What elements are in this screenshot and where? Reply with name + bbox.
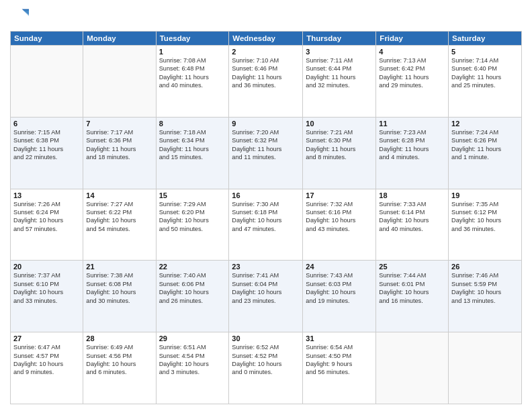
day-detail: Sunrise: 6:47 AM Sunset: 4:57 PM Dayligh…	[13, 343, 80, 377]
day-number: 29	[159, 334, 226, 342]
day-detail: Sunrise: 7:41 AM Sunset: 6:04 PM Dayligh…	[232, 271, 300, 305]
day-detail: Sunrise: 7:08 AM Sunset: 6:48 PM Dayligh…	[159, 56, 226, 90]
day-number: 9	[232, 120, 300, 128]
weekday-header-friday: Friday	[376, 32, 449, 46]
calendar-cell: 15Sunrise: 7:29 AM Sunset: 6:20 PM Dayli…	[156, 189, 229, 261]
weekday-header-monday: Monday	[83, 32, 156, 46]
day-detail: Sunrise: 7:29 AM Sunset: 6:20 PM Dayligh…	[159, 200, 226, 234]
day-number: 30	[232, 334, 300, 342]
calendar-cell: 12Sunrise: 7:24 AM Sunset: 6:26 PM Dayli…	[449, 117, 522, 189]
day-detail: Sunrise: 7:46 AM Sunset: 5:59 PM Dayligh…	[451, 271, 519, 305]
calendar-cell	[83, 46, 156, 118]
calendar-cell: 21Sunrise: 7:38 AM Sunset: 6:08 PM Dayli…	[83, 261, 156, 332]
day-detail: Sunrise: 7:11 AM Sunset: 6:44 PM Dayligh…	[306, 56, 373, 90]
day-number: 22	[159, 263, 226, 271]
day-number: 8	[159, 120, 226, 128]
calendar-cell: 24Sunrise: 7:43 AM Sunset: 6:03 PM Dayli…	[303, 261, 376, 332]
day-number: 31	[306, 334, 373, 342]
weekday-header-wednesday: Wednesday	[229, 32, 303, 46]
day-number: 7	[86, 120, 152, 128]
calendar-cell: 16Sunrise: 7:30 AM Sunset: 6:18 PM Dayli…	[229, 189, 303, 261]
calendar-cell: 6Sunrise: 7:15 AM Sunset: 6:38 PM Daylig…	[11, 117, 83, 189]
day-detail: Sunrise: 7:15 AM Sunset: 6:38 PM Dayligh…	[13, 128, 80, 162]
calendar-cell: 7Sunrise: 7:17 AM Sunset: 6:36 PM Daylig…	[83, 117, 156, 189]
day-detail: Sunrise: 7:20 AM Sunset: 6:32 PM Dayligh…	[232, 128, 300, 162]
logo-icon	[10, 7, 29, 26]
calendar-week-3: 13Sunrise: 7:26 AM Sunset: 6:24 PM Dayli…	[11, 189, 522, 261]
day-detail: Sunrise: 7:43 AM Sunset: 6:03 PM Dayligh…	[306, 271, 373, 305]
day-number: 4	[379, 48, 445, 56]
calendar-week-4: 20Sunrise: 7:37 AM Sunset: 6:10 PM Dayli…	[11, 261, 522, 332]
day-detail: Sunrise: 7:24 AM Sunset: 6:26 PM Dayligh…	[451, 128, 519, 162]
calendar-week-1: 1Sunrise: 7:08 AM Sunset: 6:48 PM Daylig…	[11, 46, 522, 118]
calendar-cell: 5Sunrise: 7:14 AM Sunset: 6:40 PM Daylig…	[449, 46, 522, 118]
calendar-cell: 11Sunrise: 7:23 AM Sunset: 6:28 PM Dayli…	[376, 117, 449, 189]
day-number: 17	[306, 191, 373, 199]
day-number: 11	[379, 120, 445, 128]
calendar-cell: 18Sunrise: 7:33 AM Sunset: 6:14 PM Dayli…	[376, 189, 449, 261]
calendar-cell: 28Sunrise: 6:49 AM Sunset: 4:56 PM Dayli…	[83, 332, 156, 404]
calendar-cell: 27Sunrise: 6:47 AM Sunset: 4:57 PM Dayli…	[11, 332, 83, 404]
day-detail: Sunrise: 7:21 AM Sunset: 6:30 PM Dayligh…	[306, 128, 373, 162]
day-detail: Sunrise: 7:32 AM Sunset: 6:16 PM Dayligh…	[306, 200, 373, 234]
day-number: 12	[451, 120, 519, 128]
calendar-cell: 10Sunrise: 7:21 AM Sunset: 6:30 PM Dayli…	[303, 117, 376, 189]
calendar-cell: 9Sunrise: 7:20 AM Sunset: 6:32 PM Daylig…	[229, 117, 303, 189]
weekday-header-tuesday: Tuesday	[156, 32, 229, 46]
calendar-cell	[11, 46, 83, 118]
day-detail: Sunrise: 7:13 AM Sunset: 6:42 PM Dayligh…	[379, 56, 445, 90]
calendar-cell: 17Sunrise: 7:32 AM Sunset: 6:16 PM Dayli…	[303, 189, 376, 261]
day-number: 28	[86, 334, 152, 342]
page-header	[10, 7, 522, 26]
day-number: 19	[451, 191, 519, 199]
day-detail: Sunrise: 7:44 AM Sunset: 6:01 PM Dayligh…	[379, 271, 445, 305]
day-number: 21	[86, 263, 152, 271]
day-detail: Sunrise: 7:23 AM Sunset: 6:28 PM Dayligh…	[379, 128, 445, 162]
day-detail: Sunrise: 7:10 AM Sunset: 6:46 PM Dayligh…	[232, 56, 300, 90]
day-detail: Sunrise: 7:14 AM Sunset: 6:40 PM Dayligh…	[451, 56, 519, 90]
day-number: 13	[13, 191, 80, 199]
calendar-week-2: 6Sunrise: 7:15 AM Sunset: 6:38 PM Daylig…	[11, 117, 522, 189]
day-detail: Sunrise: 6:54 AM Sunset: 4:50 PM Dayligh…	[306, 343, 373, 377]
day-number: 14	[86, 191, 152, 199]
calendar-cell: 25Sunrise: 7:44 AM Sunset: 6:01 PM Dayli…	[376, 261, 449, 332]
calendar-week-5: 27Sunrise: 6:47 AM Sunset: 4:57 PM Dayli…	[11, 332, 522, 404]
day-number: 6	[13, 120, 80, 128]
day-detail: Sunrise: 7:18 AM Sunset: 6:34 PM Dayligh…	[159, 128, 226, 162]
day-number: 18	[379, 191, 445, 199]
weekday-header-sunday: Sunday	[11, 32, 83, 46]
day-detail: Sunrise: 7:40 AM Sunset: 6:06 PM Dayligh…	[159, 271, 226, 305]
calendar-cell: 19Sunrise: 7:35 AM Sunset: 6:12 PM Dayli…	[449, 189, 522, 261]
calendar-cell: 22Sunrise: 7:40 AM Sunset: 6:06 PM Dayli…	[156, 261, 229, 332]
calendar-cell: 30Sunrise: 6:52 AM Sunset: 4:52 PM Dayli…	[229, 332, 303, 404]
calendar-cell: 14Sunrise: 7:27 AM Sunset: 6:22 PM Dayli…	[83, 189, 156, 261]
calendar-cell: 8Sunrise: 7:18 AM Sunset: 6:34 PM Daylig…	[156, 117, 229, 189]
day-detail: Sunrise: 7:37 AM Sunset: 6:10 PM Dayligh…	[13, 271, 80, 305]
weekday-header-thursday: Thursday	[303, 32, 376, 46]
calendar-cell: 2Sunrise: 7:10 AM Sunset: 6:46 PM Daylig…	[229, 46, 303, 118]
day-detail: Sunrise: 7:35 AM Sunset: 6:12 PM Dayligh…	[451, 200, 519, 234]
day-detail: Sunrise: 6:49 AM Sunset: 4:56 PM Dayligh…	[86, 343, 152, 377]
day-number: 5	[451, 48, 519, 56]
day-detail: Sunrise: 7:17 AM Sunset: 6:36 PM Dayligh…	[86, 128, 152, 162]
calendar-cell	[376, 332, 449, 404]
day-detail: Sunrise: 6:52 AM Sunset: 4:52 PM Dayligh…	[232, 343, 300, 377]
day-detail: Sunrise: 7:27 AM Sunset: 6:22 PM Dayligh…	[86, 200, 152, 234]
calendar-cell: 31Sunrise: 6:54 AM Sunset: 4:50 PM Dayli…	[303, 332, 376, 404]
day-number: 27	[13, 334, 80, 342]
day-number: 25	[379, 263, 445, 271]
calendar-cell: 20Sunrise: 7:37 AM Sunset: 6:10 PM Dayli…	[11, 261, 83, 332]
calendar-table: SundayMondayTuesdayWednesdayThursdayFrid…	[10, 31, 522, 404]
calendar-cell	[449, 332, 522, 404]
day-number: 23	[232, 263, 300, 271]
day-number: 16	[232, 191, 300, 199]
logo	[10, 7, 32, 26]
day-number: 20	[13, 263, 80, 271]
calendar-cell: 13Sunrise: 7:26 AM Sunset: 6:24 PM Dayli…	[11, 189, 83, 261]
calendar-cell: 1Sunrise: 7:08 AM Sunset: 6:48 PM Daylig…	[156, 46, 229, 118]
day-detail: Sunrise: 6:51 AM Sunset: 4:54 PM Dayligh…	[159, 343, 226, 377]
calendar-cell: 3Sunrise: 7:11 AM Sunset: 6:44 PM Daylig…	[303, 46, 376, 118]
day-number: 24	[306, 263, 373, 271]
weekday-header-row: SundayMondayTuesdayWednesdayThursdayFrid…	[11, 32, 522, 46]
day-detail: Sunrise: 7:33 AM Sunset: 6:14 PM Dayligh…	[379, 200, 445, 234]
